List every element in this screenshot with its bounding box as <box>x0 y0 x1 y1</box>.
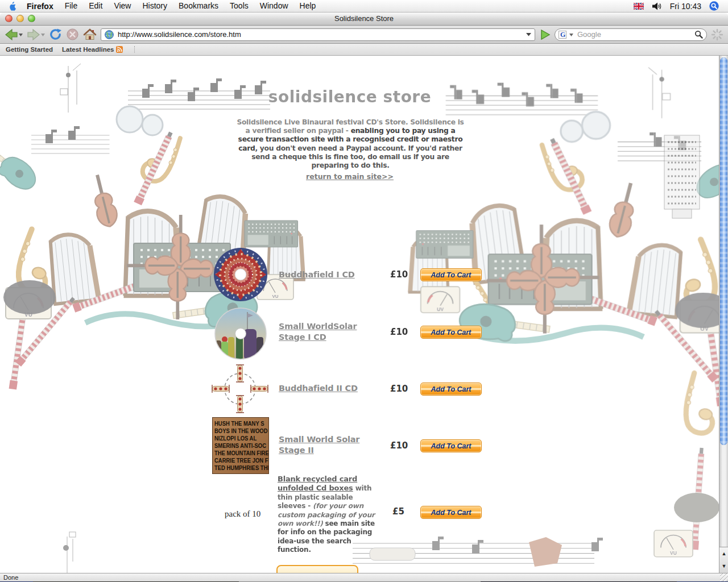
home-button[interactable] <box>83 28 97 41</box>
scrollbar-arrows: ▲ ▼ <box>719 547 728 573</box>
product-price: £10 <box>390 440 408 451</box>
forward-dropdown-icon[interactable] <box>41 33 45 36</box>
scrollbar-thumb[interactable] <box>720 57 727 445</box>
menu-file[interactable]: File <box>59 0 84 12</box>
scroll-down-arrow[interactable]: ▼ <box>719 560 728 572</box>
product-price: £5 <box>392 506 404 517</box>
go-button[interactable] <box>539 29 551 40</box>
stop-button[interactable] <box>66 28 79 41</box>
window-resize-grip[interactable] <box>720 573 728 581</box>
intro-part3: , you don't even need a Paypal account. … <box>251 144 462 169</box>
volume-icon[interactable] <box>652 2 662 11</box>
bookmark-getting-started[interactable]: Getting Started <box>6 46 53 53</box>
browser-window: Solidsilence Store <box>0 13 728 582</box>
bookmark-label: Latest Headlines <box>62 46 114 53</box>
product-price: £10 <box>390 384 408 394</box>
menu-tools[interactable]: Tools <box>224 0 254 12</box>
blank-boxes-description: Blank recycled card unfolded Cd boxes wi… <box>278 475 382 555</box>
desktop-screen: Firefox File Edit View History Bookmarks… <box>0 0 728 582</box>
bookmark-label: Getting Started <box>6 46 53 53</box>
product-link-small-world-solar-1-cd[interactable]: Small WorldSolar Stage I CD <box>279 321 384 343</box>
url-dropdown-icon[interactable] <box>526 32 531 36</box>
add-to-cart-button[interactable]: Add To Cart <box>420 439 482 452</box>
product-link-buddhafield-1-cd[interactable]: Buddhafield I CD <box>279 269 390 280</box>
spotlight-icon[interactable] <box>709 1 719 11</box>
vertical-scrollbar[interactable]: ▲ ▼ <box>719 56 728 573</box>
menu-bookmarks[interactable]: Bookmarks <box>173 0 224 12</box>
back-button[interactable] <box>5 28 23 41</box>
menu-edit[interactable]: Edit <box>83 0 108 12</box>
partially-visible-cart-button[interactable] <box>276 565 358 573</box>
return-link-row: return to main site>> <box>222 171 478 181</box>
store-title: solidsilence store <box>216 88 483 106</box>
activity-throbber-icon <box>711 28 723 41</box>
menu-view[interactable]: View <box>108 0 136 12</box>
product-link-small-world-solar-2[interactable]: Small World Solar Stage II <box>279 434 367 456</box>
status-text: Done <box>3 574 18 581</box>
apple-icon <box>9 2 16 11</box>
apple-menu[interactable] <box>7 2 21 11</box>
product-image-small-world-solar-1-cd <box>214 307 267 362</box>
reload-button[interactable] <box>49 28 62 41</box>
uk-flag-icon[interactable] <box>634 3 644 10</box>
back-dropdown-icon[interactable] <box>19 33 23 36</box>
poster-line: BOYS IN THE WOOD <box>214 427 262 435</box>
search-engine-dropdown-icon[interactable] <box>569 33 573 36</box>
bookmarks-separator <box>134 46 135 53</box>
product-link-buddhafield-2-cd[interactable]: Buddhafield II CD <box>279 383 390 394</box>
svg-text:G: G <box>560 31 565 39</box>
globe-favicon <box>105 30 114 39</box>
url-bar[interactable] <box>101 28 535 41</box>
url-input[interactable] <box>117 30 523 39</box>
bookmark-latest-headlines[interactable]: Latest Headlines <box>62 46 123 53</box>
product-price: £10 <box>390 327 408 337</box>
bookmarks-toolbar: Getting Started Latest Headlines <box>0 44 728 56</box>
window-title-bar[interactable]: Solidsilence Store <box>0 13 728 26</box>
store-intro-text: Solidsilence Live Binaural festival CD's… <box>236 118 465 170</box>
menu-help[interactable]: Help <box>294 0 322 12</box>
blank-boxes-link[interactable]: Blank recycled card unfolded Cd boxes <box>278 475 357 492</box>
back-arrow-icon <box>5 28 18 41</box>
google-engine-icon[interactable]: G <box>559 31 566 39</box>
navigation-toolbar: G <box>0 26 728 44</box>
poster-line: SMERINS ANTI-SOC <box>214 442 262 450</box>
scroll-up-arrow[interactable]: ▲ <box>719 547 728 560</box>
product-image-buddhafield-1-cd <box>213 247 268 304</box>
search-magnifier-icon[interactable] <box>694 30 703 39</box>
poster-line: NIZLOPI LOS AL <box>214 435 262 442</box>
search-input[interactable] <box>576 30 692 39</box>
menu-history[interactable]: History <box>136 0 173 12</box>
return-to-main-site-link[interactable]: return to main site>> <box>306 172 394 181</box>
close-window-button[interactable] <box>5 15 13 22</box>
window-title: Solidsilence Store <box>334 14 394 23</box>
rss-icon <box>116 46 123 53</box>
zoom-window-button[interactable] <box>28 15 35 22</box>
add-to-cart-button[interactable]: Add To Cart <box>420 506 482 519</box>
poster-line: THE MOUNTAIN FIREW <box>214 450 262 457</box>
poster-line: TED HUMPHRIES THE DA <box>214 464 262 472</box>
poster-line: HUSH THE MANY S <box>214 420 262 427</box>
add-to-cart-button[interactable]: Add To Cart <box>420 383 482 396</box>
product-image-buddhafield-2-cd <box>214 367 266 414</box>
forward-button[interactable] <box>27 28 45 41</box>
forward-arrow-icon <box>27 28 40 41</box>
add-to-cart-button[interactable]: Add To Cart <box>420 268 482 281</box>
search-bar[interactable]: G <box>555 28 707 41</box>
menu-firefox[interactable]: Firefox <box>21 2 59 11</box>
add-to-cart-button[interactable]: Add To Cart <box>420 326 482 339</box>
status-bar: Done <box>0 573 728 581</box>
product-price: £10 <box>390 269 408 280</box>
menu-clock[interactable]: Fri 10:43 <box>670 2 701 11</box>
minimize-window-button[interactable] <box>16 15 24 22</box>
page-content: VU <box>0 56 728 573</box>
mac-menu-bar: Firefox File Edit View History Bookmarks… <box>0 0 728 13</box>
pack-of-10-label: pack of 10 <box>225 509 260 519</box>
menu-window[interactable]: Window <box>254 0 294 12</box>
poster-line: CARRIE TREE JON F <box>214 457 262 464</box>
product-image-small-world-solar-2-poster: HUSH THE MANY S BOYS IN THE WOOD NIZLOPI… <box>212 417 269 474</box>
